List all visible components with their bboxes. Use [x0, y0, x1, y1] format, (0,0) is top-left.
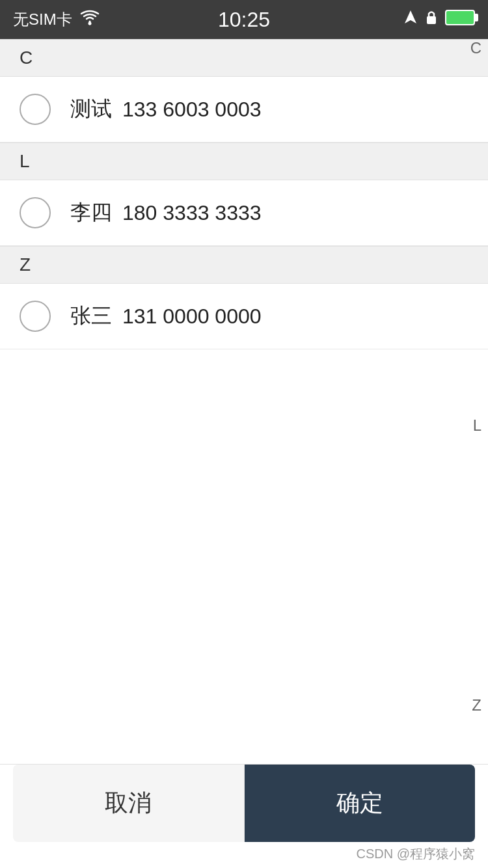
footer-credit: CSDN @程序猿小窝: [356, 845, 475, 863]
radio-lisi[interactable]: [20, 197, 51, 228]
section-header-z: Z: [0, 246, 488, 284]
radio-zhangsan[interactable]: [20, 301, 51, 332]
contact-row-lisi[interactable]: 李四 180 3333 3333: [0, 180, 488, 246]
svg-rect-1: [427, 16, 436, 24]
contact-number-zhangsan: 131 0000 0000: [122, 305, 262, 329]
contact-list: C 测试 133 6003 0003 L 李四 180 3333 3333 Z …: [0, 39, 488, 764]
cancel-button[interactable]: 取消: [13, 765, 245, 842]
svg-point-0: [88, 22, 91, 25]
contact-number-lisi: 180 3333 3333: [122, 201, 262, 225]
radio-ceshi[interactable]: [20, 94, 51, 125]
contact-name-lisi: 李四: [70, 198, 112, 227]
bottom-bar: 取消 确定: [0, 764, 488, 842]
index-letter-c[interactable]: C: [470, 39, 481, 57]
battery-icon: [445, 10, 475, 30]
wifi-icon: [80, 10, 100, 29]
contact-row-ceshi[interactable]: 测试 133 6003 0003: [0, 77, 488, 142]
status-left: 无SIM卡: [13, 9, 100, 30]
contact-name-zhangsan: 张三: [70, 302, 112, 331]
location-icon: [403, 9, 418, 31]
index-letter-l[interactable]: L: [473, 416, 481, 435]
section-header-l: L: [0, 142, 488, 180]
status-time: 10:25: [218, 8, 270, 32]
contact-row-zhangsan[interactable]: 张三 131 0000 0000: [0, 284, 488, 349]
contact-number-ceshi: 133 6003 0003: [122, 98, 262, 122]
index-letter-z[interactable]: Z: [472, 696, 481, 714]
confirm-button[interactable]: 确定: [245, 765, 476, 842]
status-bar: 无SIM卡 10:25: [0, 0, 488, 39]
lock-icon: [424, 10, 439, 30]
carrier-label: 无SIM卡: [13, 9, 72, 30]
section-header-c: C: [0, 39, 488, 77]
status-right: [403, 9, 475, 31]
contact-name-ceshi: 测试: [70, 95, 112, 124]
